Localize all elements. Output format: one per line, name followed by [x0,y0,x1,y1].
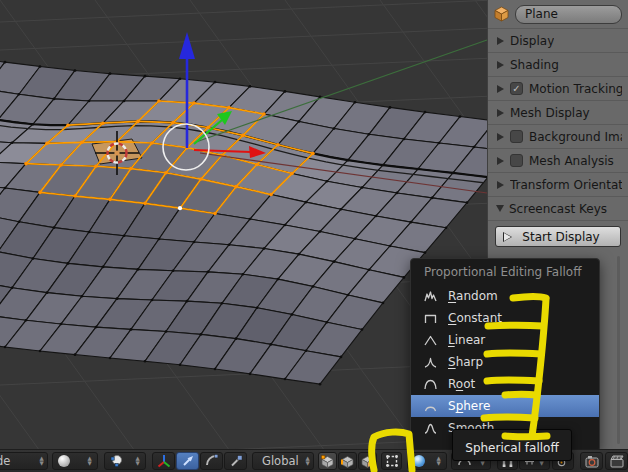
panel-section-motion-tracking[interactable]: ✓Motion Tracking [488,76,628,100]
falloff-smooth-icon [422,422,439,435]
panel-scrollbar[interactable] [617,256,620,444]
panel-section-transform-orientations[interactable]: Transform Orientations [488,172,628,196]
menu-item-sharp[interactable]: Sharp [411,351,599,373]
face-select-button[interactable] [358,452,377,470]
panel-section-shading[interactable]: Shading [488,52,628,76]
section-label: Display [510,34,554,48]
mode-dropdown[interactable]: Edit Mode ▲▼ [0,452,48,470]
face-select-icon [361,455,374,468]
translate-manipulator-button[interactable] [176,452,199,470]
tooltip: Spherical falloff [452,429,572,461]
section-checkbox[interactable] [510,130,523,143]
translate-arrow-icon [181,454,195,468]
disclosure-triangle-icon[interactable] [497,61,504,69]
falloff-random-icon [422,290,439,303]
section-label: Shading [510,58,559,72]
disclosure-triangle-icon[interactable] [497,109,504,117]
scale-icon [229,454,243,468]
section-label: Transform Orientations [510,178,622,192]
rotate-manipulator-button[interactable] [200,452,223,470]
menu-item-linear[interactable]: Linear [411,329,599,351]
stepper-icon: ▲▼ [132,456,143,466]
disclosure-triangle-icon[interactable] [497,181,504,189]
clapperboard-icon [610,455,624,468]
edge-select-button[interactable] [338,452,357,470]
section-label: Screencast Keys [509,202,607,216]
mesh-cube-icon [493,6,510,22]
section-label: Background Images [529,130,622,144]
menu-item-root[interactable]: Root [411,373,599,395]
pivot-point-dropdown[interactable]: ▲▼ [104,452,146,470]
section-checkbox[interactable] [510,154,523,167]
limit-to-visible-button[interactable] [381,452,402,470]
render-camera-icon [585,455,599,468]
menu-item-random[interactable]: Random [411,285,599,307]
section-label: Mesh Display [510,106,590,120]
menu-item-label: Constant [448,311,502,325]
scale-manipulator-button[interactable] [224,452,247,470]
occlude-geometry-icon [385,454,399,468]
disclosure-triangle-icon[interactable] [496,205,504,212]
object-name-row: Plane [488,0,628,28]
menu-item-label: Linear [448,333,485,347]
section-checkbox[interactable]: ✓ [510,82,523,95]
menu-item-label: Random [448,289,498,303]
proportional-editing-dropdown[interactable]: ▲▼ [407,452,447,470]
panel-section-screencast-keys[interactable]: Screencast Keys [488,196,628,220]
stepper-icon: ▲▼ [36,456,47,466]
disclosure-triangle-icon[interactable] [497,133,504,141]
proportional-falloff-menu: Proportional Editing Falloff RandomConst… [410,258,600,452]
stepper-icon: ▲▼ [84,456,95,466]
shading-solid-icon [58,455,70,467]
falloff-sphere-icon [422,400,439,413]
disclosure-triangle-icon[interactable] [497,37,504,45]
panel-section-display[interactable]: Display [488,28,628,52]
menu-item-label: Sphere [448,399,490,413]
menu-item-label: Sharp [448,355,483,369]
pivot-point-icon [109,454,123,468]
tooltip-text: Spherical falloff [465,441,558,455]
render-still-button[interactable] [580,452,603,470]
object-name-field[interactable]: Plane [515,5,622,24]
falloff-constant-icon [422,312,439,325]
falloff-sharp-icon [422,356,439,369]
transform-orientation-dropdown[interactable]: Global ▲▼ [252,452,314,470]
manipulator-axes-icon [157,454,171,468]
menu-item-sphere[interactable]: Sphere [411,395,599,417]
stepper-icon: ▲▼ [433,456,444,466]
proportional-editing-icon [413,455,425,467]
panel-section-background-images[interactable]: Background Images [488,124,628,148]
manipulator-toggle-button[interactable] [152,452,175,470]
viewport-shading-dropdown[interactable]: ▲▼ [52,452,98,470]
edge-select-icon [341,455,354,468]
menu-item-label: Root [448,377,475,391]
section-label: Motion Tracking [529,82,622,96]
panel-section-mesh-display[interactable]: Mesh Display [488,100,628,124]
menu-title: Proportional Editing Falloff [411,259,599,285]
section-label: Mesh Analysis [529,154,614,168]
vertex-select-icon [321,455,334,468]
render-animation-button[interactable] [605,452,628,470]
blender-window: Plane DisplayShading✓Motion TrackingMesh… [0,0,628,472]
vertex-select-button[interactable] [318,452,337,470]
panel-section-mesh-analysis[interactable]: Mesh Analysis [488,148,628,172]
disclosure-triangle-icon[interactable] [497,157,504,165]
stepper-icon: ▲▼ [302,456,313,466]
screencast-keys-body: Start Display [488,220,628,250]
falloff-root-icon [422,378,439,391]
menu-item-constant[interactable]: Constant [411,307,599,329]
rotate-arc-icon [205,454,219,468]
disclosure-triangle-icon[interactable] [497,85,504,93]
start-display-button[interactable]: Start Display [495,226,621,247]
falloff-linear-icon [422,334,439,347]
play-icon [503,232,512,242]
